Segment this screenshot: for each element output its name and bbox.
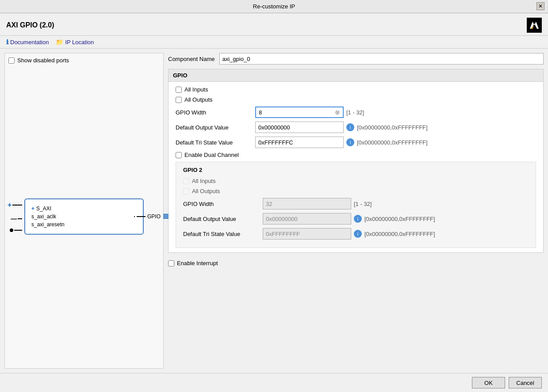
gpio-width-range: [1 - 32] — [346, 109, 364, 116]
gpio-section: GPIO All Inputs All Outputs GPIO Width — [168, 69, 544, 253]
gpio-width-label: GPIO Width — [176, 109, 255, 116]
ip-location-label: IP Location — [65, 39, 94, 46]
ip-location-link[interactable]: 📁 IP Location — [56, 38, 94, 46]
gpio2-header: GPIO 2 — [183, 167, 529, 173]
default-output-label: Default Output Value — [176, 124, 255, 131]
documentation-label: Documentation — [10, 39, 49, 46]
default-tristate-container: i [0x00000000,0xFFFFFFFF] — [255, 137, 428, 148]
gpio2-width-row: GPIO Width [1 - 32] — [183, 198, 529, 209]
default-tristate-input[interactable] — [255, 137, 344, 148]
gpio2-default-output-container: i [0x00000000,0xFFFFFFFF] — [263, 213, 435, 225]
default-output-container: i [0x00000000,0xFFFFFFFF] — [255, 122, 428, 133]
s-axi-label: S_AXI — [36, 206, 51, 212]
gpio2-width-range: [1 - 32] — [354, 201, 372, 207]
right-panel: Component Name GPIO All Inputs All Outpu… — [168, 53, 544, 369]
gpio2-default-tristate-info-icon[interactable]: i — [354, 230, 362, 238]
ip-block: + S_AXI s_axi_aclk s_axi_aresetn — [24, 198, 144, 235]
all-inputs-label: All Inputs — [184, 86, 208, 93]
all-outputs-label: All Outputs — [184, 96, 213, 103]
gpio2-default-tristate-range: [0x00000000,0xFFFFFFFF] — [364, 231, 435, 237]
gpio2-width-label: GPIO Width — [183, 201, 263, 207]
component-name-input[interactable] — [219, 53, 544, 65]
gpio-section-body: All Inputs All Outputs GPIO Width 8 — [169, 82, 543, 252]
gpio2-all-outputs-row: All Outputs — [183, 188, 529, 194]
gpio2-default-output-row: Default Output Value i [0x00000000,0xFFF… — [183, 213, 529, 225]
default-tristate-info-icon[interactable]: i — [346, 138, 354, 146]
ok-button[interactable]: OK — [472, 377, 505, 388]
default-output-info-icon[interactable]: i — [346, 123, 354, 131]
all-outputs-checkbox[interactable] — [176, 97, 182, 103]
gpio2-all-outputs-label: All Outputs — [192, 188, 220, 194]
gpio-width-row: GPIO Width 8 ⊗ [1 - 32] — [176, 107, 536, 118]
default-output-input[interactable] — [255, 122, 344, 133]
component-name-label: Component Name — [168, 56, 215, 62]
gpio2-default-tristate-label: Default Tri State Value — [183, 231, 263, 237]
show-disabled-row: Show disabled ports — [8, 57, 160, 64]
all-inputs-checkbox[interactable] — [176, 87, 182, 93]
ip-block-area: + — — [8, 68, 160, 365]
left-connector-plus: + — [8, 201, 22, 209]
s-axi-plus-icon: + — [31, 206, 34, 212]
gpio-width-clear-icon[interactable]: ⊗ — [335, 109, 340, 116]
gpio-width-value: 8 — [259, 109, 262, 116]
content-area: Show disabled ports + — — [0, 49, 548, 373]
gpio-width-input-wrapper[interactable]: 8 ⊗ — [255, 107, 344, 118]
title-bar: Re-customize IP ✕ — [0, 0, 548, 13]
close-button[interactable]: ✕ — [537, 2, 544, 10]
gpio2-all-outputs-checkbox[interactable] — [183, 188, 189, 194]
default-tristate-range: [0x00000000,0xFFFFFFFF] — [357, 139, 428, 146]
folder-icon: 📁 — [56, 38, 63, 46]
gpio2-default-output-label: Default Output Value — [183, 216, 263, 222]
s-axi-aclk-port: s_axi_aclk — [31, 213, 137, 220]
gpio2-default-tristate-row: Default Tri State Value i [0x00000000,0x… — [183, 228, 529, 240]
gpio2-width-input[interactable] — [263, 198, 351, 209]
left-connector-minus: — — [11, 215, 22, 222]
all-inputs-row: All Inputs — [176, 86, 536, 93]
info-icon: ℹ — [6, 38, 8, 46]
enable-dual-channel-row: Enable Dual Channel — [176, 152, 536, 158]
enable-interrupt-label: Enable Interrupt — [177, 260, 218, 266]
dialog-header: AXI GPIO (2.0) — [0, 13, 548, 36]
show-disabled-checkbox[interactable] — [8, 57, 15, 64]
gpio2-default-output-range: [0x00000000,0xFFFFFFFF] — [364, 216, 435, 222]
default-output-range: [0x00000000,0xFFFFFFFF] — [357, 124, 428, 131]
component-name-row: Component Name — [168, 53, 544, 65]
gpio2-width-container: [1 - 32] — [263, 198, 372, 209]
gpio-section-header: GPIO — [169, 69, 543, 82]
gpio2-default-output-info-icon[interactable]: i — [354, 215, 362, 223]
default-tristate-label: Default Tri State Value — [176, 139, 255, 146]
gpio-right-label: GPIO — [147, 213, 161, 220]
s-axi-aresetn-port: s_axi_aresetn — [31, 221, 137, 228]
left-panel: Show disabled ports + — — [4, 53, 164, 369]
gpio2-all-inputs-label: All Inputs — [192, 178, 215, 184]
enable-dual-channel-label: Enable Dual Channel — [184, 152, 239, 158]
amd-logo — [527, 18, 542, 33]
all-outputs-row: All Outputs — [176, 96, 536, 103]
toolbar: ℹ Documentation 📁 IP Location — [0, 36, 548, 49]
s-axi-port: + S_AXI — [31, 206, 137, 212]
cancel-button[interactable]: Cancel — [509, 377, 542, 388]
gpio-width-container: 8 ⊗ [1 - 32] — [255, 107, 364, 118]
default-output-row: Default Output Value i [0x00000000,0xFFF… — [176, 122, 536, 133]
gpio2-all-inputs-checkbox[interactable] — [183, 178, 189, 184]
dialog: AXI GPIO (2.0) ℹ Documentation 📁 IP Loca… — [0, 13, 548, 392]
s-axi-aclk-label: s_axi_aclk — [31, 213, 56, 220]
enable-dual-channel-checkbox[interactable] — [176, 152, 182, 158]
gpio2-section: GPIO 2 All Inputs All Outputs — [176, 162, 536, 248]
gpio2-all-inputs-row: All Inputs — [183, 178, 529, 184]
dialog-title: AXI GPIO (2.0) — [6, 21, 54, 29]
left-connector-circle — [10, 228, 22, 232]
gpio2-default-tristate-input[interactable] — [263, 228, 351, 240]
default-tristate-row: Default Tri State Value i [0x00000000,0x… — [176, 137, 536, 148]
gpio2-default-tristate-container: i [0x00000000,0xFFFFFFFF] — [263, 228, 435, 240]
enable-interrupt-row: Enable Interrupt — [168, 257, 544, 269]
s-axi-aresetn-label: s_axi_aresetn — [31, 221, 65, 228]
show-disabled-label: Show disabled ports — [17, 57, 69, 64]
documentation-link[interactable]: ℹ Documentation — [6, 38, 49, 46]
gpio2-default-output-input[interactable] — [263, 213, 351, 225]
bottom-bar: OK Cancel — [0, 373, 548, 392]
title-bar-text: Re-customize IP — [253, 3, 295, 10]
enable-interrupt-checkbox[interactable] — [168, 260, 174, 266]
